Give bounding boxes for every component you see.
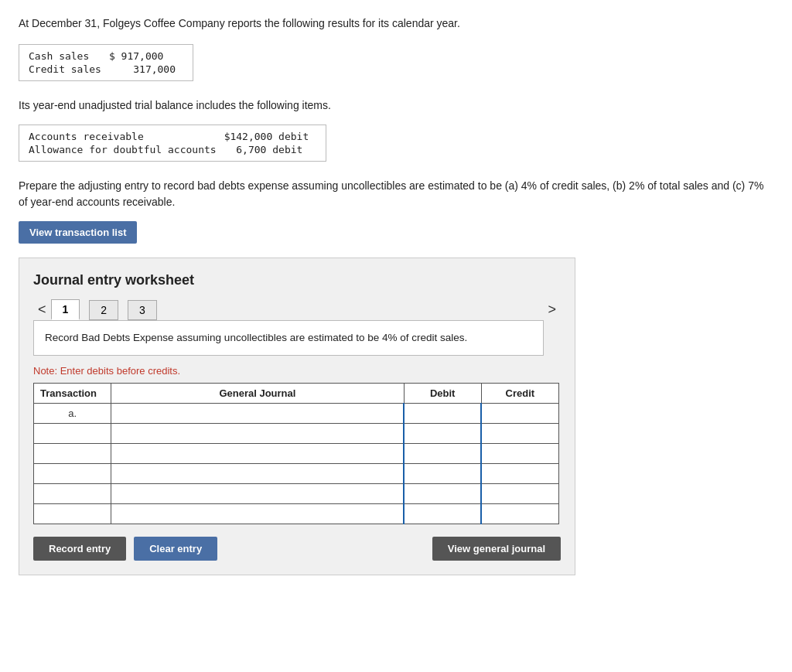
- trial-balance-table: Accounts receivable $142,000 debitAllowa…: [19, 125, 326, 162]
- debit-cell[interactable]: [404, 484, 481, 504]
- next-tab-arrow[interactable]: >: [543, 300, 561, 319]
- transaction-cell: [34, 444, 111, 464]
- credit-input[interactable]: [485, 508, 555, 520]
- table-row: [34, 444, 559, 464]
- sales-value: 317,000: [109, 63, 183, 76]
- note-text: Note: Enter debits before credits.: [33, 365, 561, 377]
- record-entry-button[interactable]: Record entry: [33, 537, 126, 561]
- trial-value: $142,000 debit: [224, 130, 317, 143]
- debit-input[interactable]: [408, 488, 477, 500]
- prepare-text: Prepare the adjusting entry to record ba…: [19, 178, 773, 210]
- table-row: [34, 504, 559, 524]
- prev-tab-arrow[interactable]: <: [33, 300, 51, 319]
- debit-input[interactable]: [408, 428, 477, 439]
- action-buttons: Record entry Clear entry View general jo…: [33, 537, 561, 561]
- credit-input[interactable]: [485, 448, 555, 459]
- trial-value: 6,700 debit: [224, 143, 317, 156]
- general-journal-input[interactable]: [114, 488, 400, 500]
- trial-balance-row: Allowance for doubtful accounts 6,700 de…: [29, 143, 316, 156]
- table-row: [34, 424, 559, 444]
- debit-input[interactable]: [408, 508, 477, 520]
- col-header-debit: Debit: [404, 384, 481, 404]
- trial-balance-intro: Its year-end unadjusted trial balance in…: [19, 97, 773, 114]
- general-journal-cell[interactable]: [111, 464, 404, 484]
- transaction-cell: [34, 504, 111, 524]
- general-journal-input[interactable]: [114, 448, 400, 459]
- table-row: [34, 484, 559, 504]
- clear-entry-button[interactable]: Clear entry: [134, 537, 217, 561]
- debit-cell[interactable]: [404, 404, 481, 424]
- view-transaction-button[interactable]: View transaction list: [19, 221, 137, 244]
- intro-text: At December 31, Folgeys Coffee Company r…: [19, 15, 773, 32]
- transaction-cell: a.: [34, 404, 111, 424]
- journal-table: Transaction General Journal Debit Credit…: [33, 383, 559, 524]
- general-journal-cell[interactable]: [111, 404, 404, 424]
- tab-2[interactable]: 2: [89, 300, 118, 320]
- sales-row: Credit sales 317,000: [29, 63, 183, 76]
- credit-cell[interactable]: [481, 484, 558, 504]
- debit-input[interactable]: [408, 448, 477, 459]
- tab-3[interactable]: 3: [128, 300, 157, 320]
- tab-navigation: < 123 >: [33, 299, 561, 320]
- debit-cell[interactable]: [404, 444, 481, 464]
- sales-label: Cash sales: [29, 49, 109, 63]
- transaction-cell: [34, 464, 111, 484]
- view-general-journal-button[interactable]: View general journal: [432, 537, 561, 561]
- trial-balance-row: Accounts receivable $142,000 debit: [29, 130, 316, 143]
- credit-cell[interactable]: [481, 424, 558, 444]
- general-journal-cell[interactable]: [111, 504, 404, 524]
- col-header-general-journal: General Journal: [111, 384, 404, 404]
- col-header-credit: Credit: [481, 384, 558, 404]
- debit-cell[interactable]: [404, 424, 481, 444]
- journal-entry-worksheet: Journal entry worksheet < 123 > Record B…: [19, 258, 575, 575]
- credit-cell[interactable]: [481, 504, 558, 524]
- credit-input[interactable]: [485, 408, 555, 419]
- table-row: a.: [34, 404, 559, 424]
- credit-input[interactable]: [485, 488, 555, 500]
- sales-table: Cash sales$ 917,000Credit sales 317,000: [19, 44, 193, 81]
- credit-cell[interactable]: [481, 444, 558, 464]
- instruction-text: Record Bad Debts Expense assuming uncoll…: [45, 332, 467, 343]
- general-journal-input[interactable]: [114, 468, 400, 479]
- general-journal-cell[interactable]: [111, 484, 404, 504]
- general-journal-input[interactable]: [114, 428, 400, 439]
- credit-cell[interactable]: [481, 464, 558, 484]
- general-journal-input[interactable]: [114, 408, 400, 419]
- credit-input[interactable]: [485, 468, 555, 479]
- instruction-box: Record Bad Debts Expense assuming uncoll…: [33, 320, 544, 356]
- tab-1[interactable]: 1: [51, 299, 80, 320]
- debit-input[interactable]: [408, 408, 477, 419]
- debit-cell[interactable]: [404, 504, 481, 524]
- general-journal-cell[interactable]: [111, 424, 404, 444]
- general-journal-input[interactable]: [114, 508, 400, 520]
- col-header-transaction: Transaction: [34, 384, 111, 404]
- transaction-cell: [34, 424, 111, 444]
- credit-input[interactable]: [485, 428, 555, 439]
- sales-value: $ 917,000: [109, 49, 183, 63]
- sales-row: Cash sales$ 917,000: [29, 49, 183, 63]
- worksheet-title: Journal entry worksheet: [33, 272, 561, 288]
- sales-label: Credit sales: [29, 63, 109, 76]
- general-journal-cell[interactable]: [111, 444, 404, 464]
- transaction-cell: [34, 484, 111, 504]
- trial-label: Accounts receivable: [29, 130, 224, 143]
- trial-label: Allowance for doubtful accounts: [29, 143, 224, 156]
- debit-input[interactable]: [408, 468, 477, 479]
- debit-cell[interactable]: [404, 464, 481, 484]
- credit-cell[interactable]: [481, 404, 558, 424]
- table-row: [34, 464, 559, 484]
